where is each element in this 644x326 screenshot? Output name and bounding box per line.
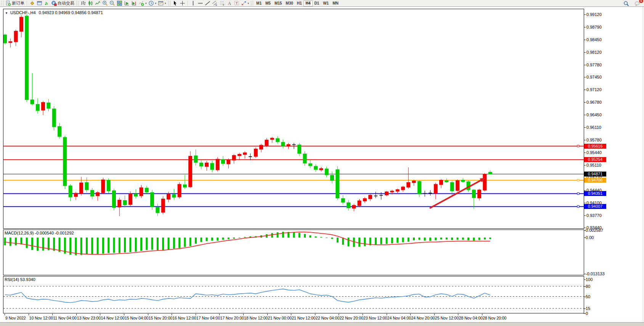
time-tick-mark: [291, 314, 291, 315]
time-tick-mark: [124, 314, 124, 315]
time-tick-label: 10 Nov 12:00: [29, 316, 53, 320]
indicators-button[interactable]: ▾: [138, 0, 148, 6]
notifications-button[interactable]: 1: [634, 0, 641, 6]
rsi-line: [5, 289, 490, 303]
auto-scroll-button[interactable]: [123, 0, 130, 6]
chevron-down-icon[interactable]: ▾: [248, 2, 249, 5]
time-tick-label: 14 Nov 12:00: [101, 316, 124, 320]
tile-windows-icon: [117, 0, 122, 6]
chart-title: ▼USDCHF-,H40.94923 0.94969 0.94856 0.948…: [5, 10, 103, 15]
equidistant-channel-button[interactable]: E: [211, 0, 218, 6]
time-tick-mark: [100, 314, 100, 315]
notification-badge: 1: [639, 0, 643, 3]
price-tick-mark: [584, 115, 586, 115]
timeframe-button-h1[interactable]: H1: [295, 1, 304, 6]
timeframe-button-h4[interactable]: H4: [304, 1, 313, 6]
timeframe-button-mn[interactable]: MN: [331, 1, 340, 6]
chart-symbol-period: USDCHF-,H4: [10, 10, 36, 15]
zoom-out-icon: [109, 0, 115, 6]
price-tick-label: 0.98790: [586, 25, 602, 29]
templates-button[interactable]: ▾: [157, 0, 167, 6]
search-icon: [623, 1, 629, 6]
price-tick-label: 0.96450: [586, 112, 602, 117]
timeframe-button-d1[interactable]: D1: [312, 1, 321, 6]
timeframe-button-m30[interactable]: M30: [284, 1, 295, 6]
line-handle-0.95616[interactable]: [577, 145, 579, 147]
text-button[interactable]: A: [226, 0, 233, 6]
price-tick-mark: [584, 153, 586, 153]
time-axis[interactable]: 9 Nov 202210 Nov 12:0011 Nov 04:0013 Nov…: [3, 314, 584, 322]
price-chart-pane[interactable]: [3, 9, 584, 229]
chevron-down-icon[interactable]: ▾: [155, 2, 157, 5]
time-tick-label: 24 Nov 04:00: [387, 316, 411, 320]
data-window-button[interactable]: [36, 0, 43, 6]
time-tick-mark: [29, 314, 29, 315]
arrows-icon: [241, 0, 247, 6]
signals-button[interactable]: [43, 0, 50, 6]
line-handle-0.94351[interactable]: [577, 193, 579, 194]
horizontal-level-lines[interactable]: [3, 146, 584, 206]
price-tick-mark: [584, 215, 586, 216]
crosshair-button[interactable]: [179, 0, 186, 6]
text-label-button[interactable]: T: [233, 0, 240, 6]
macd-tick-mark: [584, 274, 586, 274]
trendline-button[interactable]: [204, 0, 211, 6]
vertical-line-button[interactable]: [190, 0, 197, 6]
price-tick-mark: [584, 14, 586, 15]
rsi-tick-mark: [584, 313, 586, 314]
fibonacci-button[interactable]: F: [218, 0, 226, 6]
price-level-badge-0.95254: 0.95254: [584, 157, 606, 162]
bar-chart-button[interactable]: [80, 0, 87, 6]
data-window-icon: [37, 0, 42, 6]
macd-axis-label: 0.00: [586, 235, 594, 240]
line-handle-0.94706[interactable]: [577, 179, 579, 181]
price-tick-label: 0.99120: [586, 12, 602, 17]
toolbar-grip: [76, 1, 79, 6]
zoom-in-button[interactable]: [101, 0, 109, 6]
price-tick-mark: [584, 165, 586, 165]
chevron-down-icon[interactable]: ▾: [145, 2, 147, 5]
rsi-tick-mark: [584, 286, 586, 287]
chart-shift-button[interactable]: [130, 0, 138, 6]
time-tick-label: 11 Nov 04:00: [53, 316, 77, 320]
horizontal-line-button[interactable]: [197, 0, 204, 6]
new-order-button[interactable]: 新订单: [5, 0, 25, 6]
time-tick-mark: [434, 314, 435, 315]
chart-ohlc-values: 0.94923 0.94969 0.94856 0.94871: [39, 10, 103, 15]
search-button[interactable]: [623, 0, 630, 6]
timeframe-button-m1[interactable]: M1: [254, 1, 263, 6]
periods-button[interactable]: ▾: [148, 0, 157, 6]
arrows-button[interactable]: ▾: [240, 0, 250, 6]
time-tick-mark: [458, 314, 458, 315]
auto-trading-button[interactable]: 自动交易: [50, 0, 75, 6]
rsi-axis-label: 15: [586, 306, 590, 311]
rsi-axis-label: 50: [586, 294, 590, 299]
time-tick-label: 16 Nov 12:00: [172, 316, 196, 320]
line-handle-0.94007[interactable]: [577, 206, 579, 207]
timeframe-button-w1[interactable]: W1: [321, 1, 331, 6]
chevron-down-icon[interactable]: ▾: [165, 2, 166, 5]
timeframe-button-m15[interactable]: M15: [273, 1, 284, 6]
zoom-in-icon: [102, 0, 108, 6]
time-tick-label: 17 Nov 04:00: [196, 316, 220, 320]
price-level-badge-0.94706: 0.94706: [584, 178, 606, 183]
rsi-tick-mark: [584, 279, 586, 280]
candlestick-chart-button[interactable]: [87, 0, 94, 6]
price-tick-mark: [584, 127, 586, 128]
toolbar-grip: [1, 1, 3, 6]
rsi-pane[interactable]: [3, 276, 584, 313]
macd-pane[interactable]: [3, 230, 584, 275]
window-bottom-strip: [0, 322, 644, 326]
price-tick-mark: [584, 65, 586, 65]
time-tick-label: 28 Nov 20:00: [483, 316, 506, 320]
price-tick-mark: [584, 52, 586, 53]
line-chart-button[interactable]: [94, 0, 101, 6]
zoom-out-button[interactable]: [109, 0, 116, 6]
tile-windows-button[interactable]: [116, 0, 123, 6]
chart-menu-arrow-icon[interactable]: ▼: [5, 11, 8, 15]
cursor-button[interactable]: [172, 0, 179, 6]
market-watch-button[interactable]: [29, 0, 36, 6]
timeframe-button-m5[interactable]: M5: [263, 1, 273, 6]
price-tick-label: 0.97120: [586, 87, 602, 92]
indicators-icon: [138, 0, 144, 6]
